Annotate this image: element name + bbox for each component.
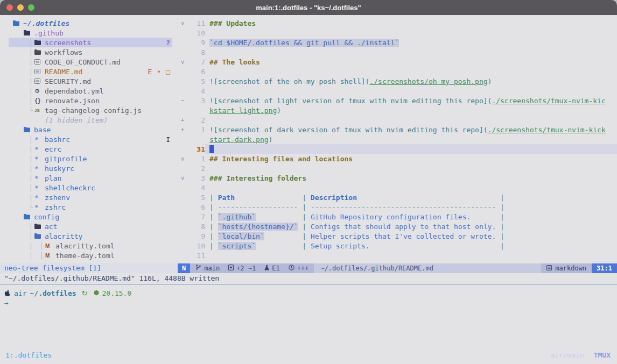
tree-item-mark: ? <box>166 39 170 47</box>
tree-item[interactable]: .github <box>9 28 172 38</box>
text-segment: ![screenshot of the oh-my-posh shell]( <box>209 77 369 85</box>
editor-line[interactable]: 9`cd $HOME/.dotfiles && git pull && ./in… <box>178 38 617 47</box>
text-segment <box>256 242 298 250</box>
editor-line[interactable]: ∨1## Interesting files and locations <box>178 154 617 163</box>
editor[interactable]: ∨11### Updates109`cd $HOME/.dotfiles && … <box>178 15 617 263</box>
tree-item-label: config <box>34 213 59 221</box>
editor-line[interactable]: 10 <box>178 28 617 38</box>
tree-item[interactable]: └JStag-changelog-config.js <box>9 105 172 115</box>
editor-line[interactable]: start-dark.png) <box>178 134 617 144</box>
tree-item[interactable]: (1 hidden item) <box>9 115 172 125</box>
line-number: 8 <box>187 48 205 56</box>
tree-item[interactable]: │README.mdE•□ <box>9 67 172 76</box>
text-segment: ./screenshots/tmux-nvim-kick <box>488 126 606 134</box>
tree-item[interactable]: │SECURITY.md <box>9 76 172 86</box>
tree-item-markers: E•□ <box>148 68 172 76</box>
shell-pane[interactable]: air ~/.dotfiles ↻ 20.15.0 → <box>0 284 617 349</box>
tree-item[interactable]: │screenshots? <box>9 38 172 47</box>
tree-item-mark: □ <box>166 68 170 76</box>
editor-line[interactable]: +1![screenshot of dark version of tmux w… <box>178 125 617 134</box>
text-segment: `.github` <box>218 213 256 221</box>
indent-guides: └ <box>13 106 34 115</box>
tree-item[interactable]: │alacritty <box>9 231 172 241</box>
editor-line[interactable]: 11 <box>178 251 617 260</box>
tree-item[interactable]: │act <box>9 222 172 231</box>
editor-line[interactable]: 8 <box>178 47 617 57</box>
text-segment: ------------------- <box>218 203 298 211</box>
line-text: | `.github` | GitHub Repository configur… <box>205 212 617 222</box>
editor-line[interactable]: 2 <box>178 163 617 173</box>
tree-item[interactable]: config <box>9 212 172 222</box>
tree-item[interactable]: │*bashrcI <box>9 134 172 144</box>
tree-item[interactable]: │*ecrc <box>9 144 172 154</box>
tree-item[interactable]: base <box>9 125 172 134</box>
line-number: 31 <box>187 145 205 153</box>
indent-guides: │ <box>13 77 34 85</box>
line-text: ### Updates <box>205 18 617 28</box>
indent-guides: │ <box>13 58 34 66</box>
editor-line[interactable]: 6 <box>178 67 617 76</box>
line-number: 1 <box>187 126 205 134</box>
editor-line[interactable]: 9| `local/bin` | Helper scripts that I'v… <box>178 231 617 241</box>
editor-line[interactable]: 4 <box>178 86 617 96</box>
editor-line[interactable]: 5![screenshot of the oh-my-posh shell](.… <box>178 76 617 86</box>
indent-guides: │ <box>13 145 34 153</box>
indent-guides: │ <box>13 39 34 47</box>
editor-line[interactable]: 5| Path | Description | <box>178 192 617 202</box>
text-segment: ![screenshot of light version of tmux wi… <box>209 97 492 105</box>
tree-item[interactable]: │CODE_OF_CONDUCT.md <box>9 57 172 67</box>
cursor-position: 31:1 <box>592 263 617 273</box>
editor-line[interactable]: 10| `scripts` | Setup scripts. | <box>178 241 617 251</box>
tree-item[interactable]: │*gitprofile <box>9 154 172 163</box>
line-number: 9 <box>187 232 205 240</box>
tree-item[interactable]: │*shellcheckrc <box>9 183 172 192</box>
editor-line[interactable]: ∨3### Interesting folders <box>178 173 617 183</box>
file-tree[interactable]: ~/.dotfiles.github│screenshots?│workflow… <box>0 15 178 263</box>
editor-line[interactable]: 31 <box>178 144 617 154</box>
line-text <box>205 86 617 96</box>
minimize-button[interactable] <box>17 4 24 11</box>
editor-line[interactable]: 8| `hosts/{hostname}/` | Configs that sh… <box>178 222 617 231</box>
tree-item[interactable]: └*zshrc <box>9 202 172 212</box>
git-branch-icon <box>195 264 201 272</box>
editor-line[interactable]: ∨7## The looks <box>178 57 617 67</box>
text-segment <box>471 213 496 221</box>
text-segment: Helper scripts that I've collected or wr… <box>311 232 496 240</box>
tmux-statusbar: 1:.dotfiles air/main TMUX <box>0 349 617 361</box>
line-text: | `scripts` | Setup scripts. | <box>205 241 617 251</box>
text-segment: ----------------------------------------… <box>311 203 496 211</box>
editor-line[interactable]: +2 <box>178 115 617 125</box>
node-version-segment: 20.15.0 <box>94 289 131 297</box>
tree-item[interactable]: │*zshenv <box>9 192 172 202</box>
tree-item[interactable]: │{}renovate.json <box>9 96 172 105</box>
tree-item[interactable]: ││Mtheme-day.toml <box>9 251 172 260</box>
tree-item[interactable]: │workflows <box>9 47 172 57</box>
terminal-bottom-space <box>0 361 617 364</box>
block-cursor <box>209 145 214 153</box>
editor-line[interactable]: 4 <box>178 183 617 192</box>
fold-marker: ∨ <box>178 155 187 162</box>
line-text <box>205 115 617 125</box>
editor-line[interactable]: 7| `.github` | GitHub Repository configu… <box>178 212 617 222</box>
indent-guides: └ <box>13 203 34 211</box>
tree-item-label: CODE_OF_CONDUCT.md <box>45 58 121 66</box>
editor-line[interactable]: kstart-light.png) <box>178 105 617 115</box>
tree-item[interactable]: ││Malacritty.toml <box>9 241 172 251</box>
text-segment: `hosts/{hostname}/` <box>218 223 298 231</box>
editor-line[interactable]: ∨11### Updates <box>178 18 617 28</box>
tmux-window-tab[interactable]: 1:.dotfiles <box>5 351 52 359</box>
tree-item[interactable]: │⚙dependabot.yml <box>9 86 172 96</box>
markdown-file-icon <box>34 78 43 84</box>
zoom-button[interactable] <box>28 4 34 11</box>
text-segment: Setup scripts. <box>311 242 370 250</box>
editor-line[interactable]: 6| ------------------- | ---------------… <box>178 202 617 212</box>
tree-item[interactable]: ~/.dotfiles <box>9 18 172 28</box>
editor-line[interactable]: ~3![screenshot of light version of tmux … <box>178 96 617 105</box>
text-segment: Configs that should apply to that host o… <box>311 223 496 231</box>
tree-item[interactable]: │*plan <box>9 173 172 183</box>
shell-file-icon: * <box>34 194 43 202</box>
tree-item[interactable]: │*huskyrc <box>9 163 172 173</box>
text-segment: start-dark.png <box>209 135 269 144</box>
close-button[interactable] <box>6 4 13 11</box>
titlebar[interactable]: main:1:.dotfiles - "ks~/.dotfiles" <box>0 0 617 15</box>
